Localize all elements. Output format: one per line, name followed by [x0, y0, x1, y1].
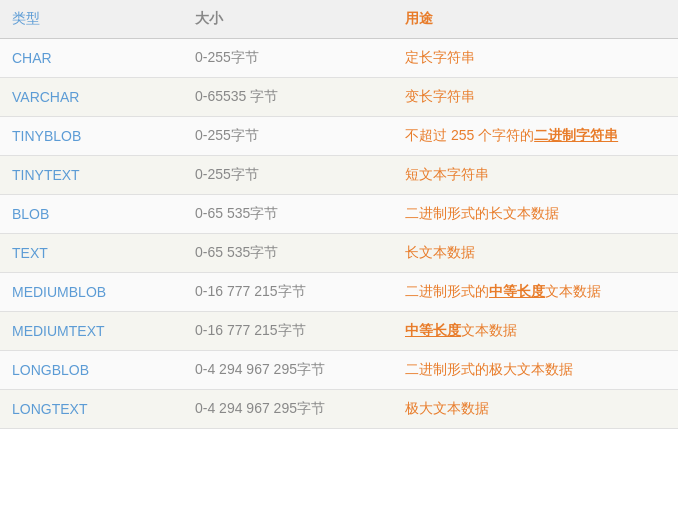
cell-usage: 不超过 255 个字符的二进制字符串	[393, 117, 678, 156]
cell-size: 0-65 535字节	[183, 234, 393, 273]
table-row: MEDIUMTEXT0-16 777 215字节中等长度文本数据	[0, 312, 678, 351]
cell-usage: 短文本字符串	[393, 156, 678, 195]
table-row: BLOB0-65 535字节二进制形式的长文本数据	[0, 195, 678, 234]
header-type: 类型	[0, 0, 183, 39]
table-row: LONGBLOB0-4 294 967 295字节二进制形式的极大文本数据	[0, 351, 678, 390]
cell-usage: 中等长度文本数据	[393, 312, 678, 351]
cell-type: VARCHAR	[0, 78, 183, 117]
data-table: 类型 大小 用途 CHAR0-255字节定长字符串VARCHAR0-65535 …	[0, 0, 678, 429]
cell-type: BLOB	[0, 195, 183, 234]
cell-type: MEDIUMTEXT	[0, 312, 183, 351]
cell-size: 0-65 535字节	[183, 195, 393, 234]
cell-type: TEXT	[0, 234, 183, 273]
cell-type: MEDIUMBLOB	[0, 273, 183, 312]
cell-usage: 二进制形式的长文本数据	[393, 195, 678, 234]
cell-usage: 长文本数据	[393, 234, 678, 273]
cell-size: 0-16 777 215字节	[183, 273, 393, 312]
header-usage: 用途	[393, 0, 678, 39]
cell-size: 0-255字节	[183, 156, 393, 195]
cell-usage: 二进制形式的极大文本数据	[393, 351, 678, 390]
cell-usage: 变长字符串	[393, 78, 678, 117]
table-row: TEXT0-65 535字节长文本数据	[0, 234, 678, 273]
cell-size: 0-65535 字节	[183, 78, 393, 117]
header-size: 大小	[183, 0, 393, 39]
table-row: MEDIUMBLOB0-16 777 215字节二进制形式的中等长度文本数据	[0, 273, 678, 312]
cell-usage: 极大文本数据	[393, 390, 678, 429]
table-row: CHAR0-255字节定长字符串	[0, 39, 678, 78]
cell-usage: 定长字符串	[393, 39, 678, 78]
cell-type: TINYTEXT	[0, 156, 183, 195]
cell-size: 0-255字节	[183, 117, 393, 156]
table-row: VARCHAR0-65535 字节变长字符串	[0, 78, 678, 117]
cell-size: 0-255字节	[183, 39, 393, 78]
cell-usage: 二进制形式的中等长度文本数据	[393, 273, 678, 312]
cell-type: CHAR	[0, 39, 183, 78]
cell-size: 0-4 294 967 295字节	[183, 390, 393, 429]
table-container: 类型 大小 用途 CHAR0-255字节定长字符串VARCHAR0-65535 …	[0, 0, 678, 429]
cell-size: 0-16 777 215字节	[183, 312, 393, 351]
table-header-row: 类型 大小 用途	[0, 0, 678, 39]
table-row: LONGTEXT0-4 294 967 295字节极大文本数据	[0, 390, 678, 429]
table-row: TINYTEXT0-255字节短文本字符串	[0, 156, 678, 195]
cell-type: LONGTEXT	[0, 390, 183, 429]
cell-size: 0-4 294 967 295字节	[183, 351, 393, 390]
table-row: TINYBLOB0-255字节不超过 255 个字符的二进制字符串	[0, 117, 678, 156]
cell-type: LONGBLOB	[0, 351, 183, 390]
cell-type: TINYBLOB	[0, 117, 183, 156]
